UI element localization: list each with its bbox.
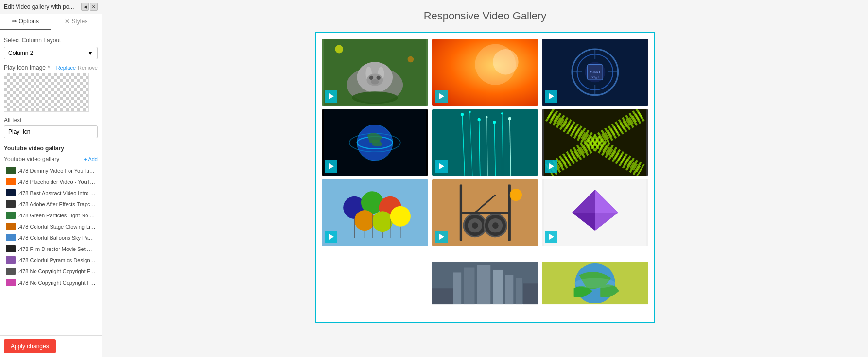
video-list-item[interactable]: .478 Colorful Balloons Sky Party No Co (4, 232, 98, 243)
play-icon-preview (4, 73, 89, 112)
svg-rect-31 (434, 109, 536, 176)
play-button-1[interactable] (325, 90, 337, 103)
svg-text:S□△T: S□△T (591, 75, 599, 79)
column-layout-dropdown[interactable]: Column 2 ▼ (4, 47, 98, 59)
video-list-item[interactable]: .478 Green Particles Light No Copyrigh (4, 210, 98, 220)
video-list-item[interactable]: .478 Placeholder Video - YouTube (4, 177, 98, 187)
play-button-5[interactable] (435, 160, 448, 173)
tab-styles[interactable]: ✕ Styles (51, 14, 102, 30)
svg-point-6 (369, 76, 373, 80)
svg-point-11 (408, 56, 414, 63)
close-header-button[interactable]: ✕ (90, 3, 98, 11)
video-item-label: .478 Colorful Stage Glowing Lights No (18, 224, 96, 230)
tab-options-label: Options (19, 18, 39, 25)
play-button-4[interactable] (325, 160, 337, 173)
gallery-grid: SINO S□△T (322, 39, 648, 246)
play-button-6[interactable] (545, 160, 557, 173)
video-list-item[interactable]: .478 No Copyright Copyright Free Vide (4, 266, 98, 276)
city-thumbnail (432, 250, 538, 317)
page-title: Responsive Video Gallery (117, 10, 853, 22)
video-thumbnail (6, 212, 16, 219)
play-triangle-icon (439, 163, 444, 169)
earth2-thumbnail (542, 250, 648, 317)
video-list: .478 Dummy Video For YouTube API Te.478 … (4, 165, 98, 287)
play-button-2[interactable] (435, 90, 448, 103)
gallery-cell-4[interactable] (322, 109, 428, 176)
video-list-item[interactable]: .478 Colorful Stage Glowing Lights No (4, 221, 98, 232)
apply-changes-button[interactable]: Apply changes (4, 339, 56, 353)
add-video-button[interactable]: + Add (84, 156, 98, 162)
video-item-label: .478 Colorful Balloons Sky Party No Co (18, 235, 96, 241)
gallery-cell-9[interactable] (542, 179, 648, 246)
gallery-cell-7[interactable] (322, 179, 428, 246)
play-button-3[interactable] (545, 90, 557, 103)
play-button-9[interactable] (545, 231, 557, 243)
gallery-cell-2[interactable] (432, 39, 538, 106)
sidebar-header-buttons: ◀ ✕ (81, 3, 98, 11)
balloons-thumbnail (322, 179, 428, 246)
video-thumbnail (6, 189, 16, 196)
svg-point-74 (492, 223, 499, 229)
gallery-cell-6[interactable] (542, 109, 648, 176)
replace-button[interactable]: Replace (56, 65, 76, 71)
particles-thumbnail (432, 109, 538, 176)
play-triangle-icon (329, 163, 334, 169)
video-thumbnail (6, 268, 16, 275)
earth-thumbnail (322, 109, 428, 176)
play-triangle-icon (549, 93, 554, 99)
main-content: Responsive Video Gallery (102, 0, 868, 357)
video-list-item[interactable]: .478 Colorful Pyramids Design No Cop (4, 255, 98, 265)
gallery-label-row: Youtube video gallary + Add (4, 156, 98, 162)
tab-options[interactable]: ✏ Options (0, 14, 51, 30)
video-item-label: .478 Dummy Video For YouTube API Te (18, 168, 96, 174)
video-item-label: .478 Placeholder Video - YouTube (18, 179, 96, 185)
minimize-button[interactable]: ◀ (81, 3, 89, 11)
video-list-item[interactable]: .478 Adobe After Effects Trapcode Ear (4, 199, 98, 209)
svg-point-55 (354, 210, 375, 231)
video-thumbnail (6, 223, 16, 230)
youtube-section-title: Youtube video gallary (4, 145, 98, 152)
gallery-cell-8[interactable] (432, 179, 538, 246)
gallery-cell-1[interactable] (322, 39, 428, 106)
column-layout-value: Column 2 (8, 50, 33, 56)
play-button-7[interactable] (325, 231, 337, 243)
video-list-item[interactable]: .478 Dummy Video For YouTube API Te (4, 165, 98, 176)
alt-text-input[interactable] (4, 125, 98, 138)
sidebar-title: Edit Video gallery with po... (4, 3, 74, 10)
svg-point-71 (472, 223, 478, 229)
video-thumbnail (6, 200, 16, 208)
gallery-cell-5[interactable] (432, 109, 538, 176)
video-list-item[interactable]: .478 Best Abstract Video Intro HD - You (4, 188, 98, 198)
sidebar-header: Edit Video gallery with po... ◀ ✕ (0, 0, 102, 14)
gallery-cell-10[interactable] (432, 250, 538, 317)
play-triangle-icon (329, 93, 334, 99)
chevron-down-icon: ▼ (87, 50, 93, 56)
gallery-cell-3[interactable]: SINO S□△T (542, 39, 648, 106)
video-thumbnail (6, 178, 16, 185)
pencil-icon: ✏ (12, 18, 17, 25)
svg-point-10 (335, 45, 343, 54)
svg-point-41 (477, 118, 480, 121)
play-button-8[interactable] (435, 231, 448, 243)
remove-button[interactable]: Remove (78, 65, 98, 71)
gallery-cell-11[interactable] (542, 250, 648, 317)
video-thumbnail (6, 279, 16, 286)
video-list-item[interactable]: .478 Film Director Movie Set No Copyr (4, 244, 98, 254)
svg-point-75 (509, 189, 521, 201)
svg-rect-83 (453, 272, 461, 304)
svg-point-44 (501, 112, 503, 114)
sidebar-tabs: ✏ Options ✕ Styles (0, 14, 102, 30)
svg-rect-86 (493, 270, 503, 304)
video-list-item[interactable]: .478 No Copyright Copyright Free Vide (4, 277, 98, 287)
gem-thumbnail (542, 179, 648, 246)
gallery-container: SINO S□△T (315, 32, 655, 323)
play-icon-label-row: Play Icon Image * Replace Remove (4, 64, 98, 71)
play-icon-actions: Replace Remove (56, 65, 98, 71)
x-icon: ✕ (65, 18, 69, 25)
play-triangle-icon (329, 234, 334, 240)
svg-rect-87 (505, 275, 513, 304)
svg-point-14 (493, 49, 519, 75)
svg-point-40 (469, 111, 470, 113)
play-icon-required: * (48, 64, 50, 71)
sidebar-content: Select Column Layout Column 2 ▼ Play Ico… (0, 30, 102, 335)
